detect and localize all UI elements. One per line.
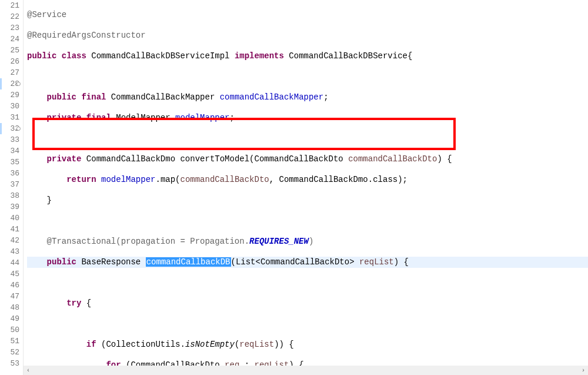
code-line[interactable]	[27, 277, 588, 288]
code-line[interactable]: public final CommandCallBackMapper comma…	[27, 92, 588, 103]
line-number: 30	[0, 101, 19, 112]
line-number: 45	[0, 268, 19, 280]
line-number: 46	[0, 280, 19, 291]
line-number: 25	[0, 45, 19, 56]
line-number: 35	[0, 157, 19, 168]
line-number: 29	[0, 89, 19, 101]
line-number: 27	[0, 67, 19, 78]
code-line[interactable]: private final ModelMapper modelMapper;	[27, 112, 588, 124]
code-line[interactable]: @Transactional(propagation = Propagation…	[27, 236, 588, 247]
line-number: 31	[0, 112, 19, 123]
line-number: 23	[0, 22, 19, 34]
code-line[interactable]: private CommandCallBackDmo convertToMode…	[27, 154, 588, 165]
line-number: 49	[0, 313, 19, 324]
line-number: 28	[0, 78, 19, 89]
line-number: 33	[0, 134, 19, 145]
line-number: 50	[0, 324, 19, 336]
code-editor[interactable]: 21 22 23 24 25 26 27 28 29 30 31 32 33 3…	[0, 0, 588, 375]
line-number: 44	[0, 257, 19, 268]
line-number: 47	[0, 291, 19, 302]
line-number: 51	[0, 336, 19, 347]
horizontal-scrollbar[interactable]: ‹ ›	[24, 366, 588, 375]
fold-toggle-icon[interactable]	[16, 82, 21, 86]
line-number: 24	[0, 34, 19, 45]
code-line[interactable]: public class CommandCallBackDBServiceImp…	[27, 51, 588, 62]
line-number: 22	[0, 11, 19, 22]
line-number: 34	[0, 145, 19, 157]
line-number: 26	[0, 56, 19, 67]
scroll-left-icon[interactable]: ‹	[24, 366, 33, 375]
change-marker-icon	[0, 123, 2, 134]
code-line[interactable]: try {	[27, 298, 588, 309]
selected-text[interactable]: commandCallbackDB	[146, 257, 231, 267]
line-number: 48	[0, 302, 19, 313]
scroll-right-icon[interactable]: ›	[579, 366, 588, 375]
scrollbar-track[interactable]	[33, 366, 579, 375]
line-number: 38	[0, 190, 19, 201]
code-line[interactable]	[27, 318, 588, 330]
line-number: 52	[0, 347, 19, 358]
line-number: 32	[0, 123, 19, 134]
code-line[interactable]: return modelMapper.map(commandCallBackDt…	[27, 174, 588, 185]
code-line[interactable]: @Service	[27, 9, 588, 21]
fold-toggle-icon[interactable]	[16, 127, 21, 131]
line-number: 21	[0, 0, 19, 11]
code-line[interactable]: public BaseResponse commandCallbackDB(Li…	[27, 257, 588, 268]
line-number: 39	[0, 201, 19, 213]
line-number: 43	[0, 246, 19, 257]
line-number: 40	[0, 213, 19, 224]
code-area[interactable]: @Service @RequiredArgsConstructor public…	[24, 0, 588, 375]
code-line[interactable]	[27, 215, 588, 227]
code-line[interactable]	[27, 133, 588, 144]
code-line[interactable]: }	[27, 195, 588, 206]
line-number: 41	[0, 224, 19, 235]
code-line[interactable]: @RequiredArgsConstructor	[27, 30, 588, 41]
line-number: 53	[0, 358, 19, 369]
line-number: 36	[0, 168, 19, 179]
line-number-gutter: 21 22 23 24 25 26 27 28 29 30 31 32 33 3…	[0, 0, 24, 375]
line-number: 37	[0, 179, 19, 190]
code-line[interactable]	[27, 71, 588, 82]
line-number: 42	[0, 235, 19, 246]
code-line[interactable]: if (CollectionUtils.isNotEmpty(reqList))…	[27, 339, 588, 350]
change-marker-icon	[0, 78, 2, 89]
